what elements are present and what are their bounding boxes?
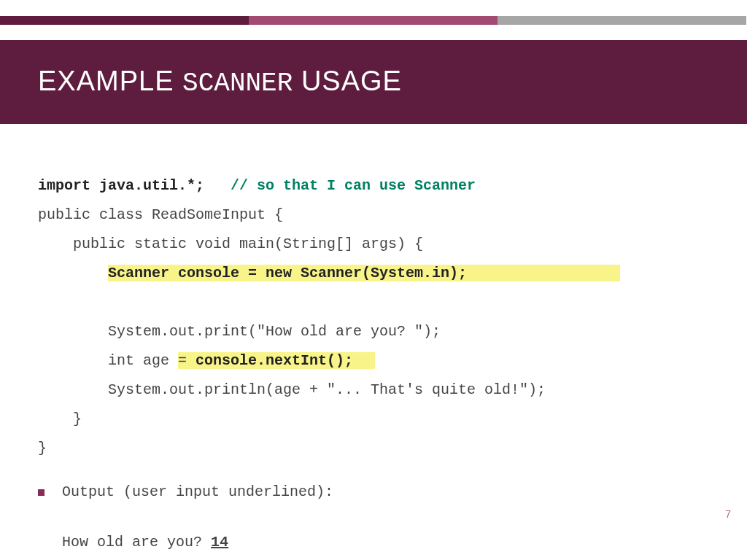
code-line-6c-highlight: console.nextInt(); — [196, 352, 375, 369]
code-line-7: System.out.println(age + "... That's qui… — [38, 381, 546, 398]
code-line-3: public static void main(String[] args) { — [38, 236, 423, 252]
code-line-2: public class ReadSomeInput { — [38, 206, 283, 223]
title-word-2: SCANNER — [182, 69, 293, 98]
output-line-2: 14... That's quite old! — [62, 556, 709, 560]
slide-title: EXAMPLE SCANNER USAGE — [38, 66, 402, 98]
code-line-1b: // so that I can use Scanner — [231, 177, 476, 194]
code-line-6a: int age — [38, 352, 178, 369]
code-line-9: } — [38, 440, 47, 456]
title-word-1: EXAMPLE — [38, 66, 174, 96]
code-block: import java.util.*; // so that I can use… — [38, 142, 709, 463]
title-word-3: USAGE — [301, 66, 402, 96]
output-user-input: 14 — [211, 534, 228, 551]
page-number: 7 — [725, 508, 731, 520]
output-prompt: How old are you? — [62, 534, 211, 551]
output-heading-row: Output (user input underlined): — [38, 478, 709, 507]
code-line-4-highlight: Scanner console = new Scanner(System.in)… — [108, 265, 620, 281]
code-line-6b: = — [178, 352, 196, 369]
output-line-1: How old are you? 14 — [62, 529, 709, 556]
output-block: How old are you? 14 14... That's quite o… — [62, 529, 709, 560]
title-bar: EXAMPLE SCANNER USAGE — [0, 40, 747, 124]
code-line-8: } — [38, 411, 82, 427]
bullet-icon — [38, 489, 44, 496]
decorative-stripe — [0, 16, 747, 25]
output-heading: Output (user input underlined): — [62, 478, 333, 507]
content-area: import java.util.*; // so that I can use… — [38, 142, 709, 560]
code-line-1a: import java.util.*; — [38, 177, 204, 194]
code-line-5: System.out.print("How old are you? "); — [38, 323, 441, 340]
